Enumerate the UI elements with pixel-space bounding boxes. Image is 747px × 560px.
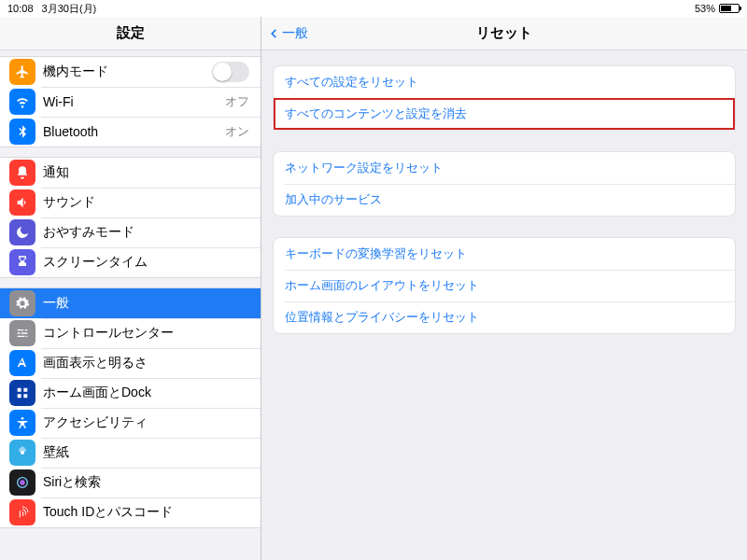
airplane-icon xyxy=(9,59,35,85)
sidebar-item-label: Wi-Fi xyxy=(43,94,225,109)
sidebar-item-label: 通知 xyxy=(43,164,261,181)
reset-home-layout[interactable]: ホーム画面のレイアウトをリセット xyxy=(274,270,735,301)
sidebar-item-bluetooth[interactable]: Bluetooth オン xyxy=(0,117,261,147)
sidebar-item-wallpaper[interactable]: 壁紙 xyxy=(0,438,261,468)
sliders-icon xyxy=(9,320,35,346)
content-title: リセット xyxy=(476,24,532,42)
bluetooth-icon xyxy=(9,119,35,145)
accessibility-icon xyxy=(9,410,35,436)
svg-point-0 xyxy=(21,417,24,420)
battery-percent: 53% xyxy=(695,3,715,14)
sidebar-title: 設定 xyxy=(0,17,261,50)
sidebar-item-sounds[interactable]: サウンド xyxy=(0,188,261,217)
fingerprint-icon xyxy=(9,499,35,525)
reset-all-settings[interactable]: すべての設定をリセット xyxy=(274,66,735,98)
subscriber-services[interactable]: 加入中のサービス xyxy=(274,184,735,216)
sidebar-item-home-dock[interactable]: ホーム画面とDock xyxy=(0,378,261,408)
status-time: 10:08 xyxy=(7,3,34,14)
sidebar-group-alerts: 通知 サウンド おやすみモード スクリーンタイム xyxy=(0,157,261,278)
sidebar-group-system: 一般 コントロールセンター 画面表示と明るさ ホーム画面とDock アクセシビリ… xyxy=(0,287,261,528)
wifi-icon xyxy=(9,89,35,115)
sidebar-item-general[interactable]: 一般 xyxy=(0,288,261,318)
sidebar-item-wifi[interactable]: Wi-Fi オフ xyxy=(0,87,261,117)
sidebar-item-label: Touch IDとパスコード xyxy=(43,504,261,521)
back-button[interactable]: 一般 xyxy=(267,25,308,42)
battery-icon xyxy=(719,4,740,13)
sidebar-item-touchid[interactable]: Touch IDとパスコード xyxy=(0,497,261,527)
sidebar-item-label: 機内モード xyxy=(43,63,212,80)
moon-icon xyxy=(9,219,35,245)
reset-group-3: キーボードの変換学習をリセット ホーム画面のレイアウトをリセット 位置情報とプラ… xyxy=(273,237,736,334)
status-bar: 10:08 3月30日(月) 53% xyxy=(0,0,747,17)
bell-icon xyxy=(9,160,35,186)
sidebar-group-connectivity: 機内モード Wi-Fi オフ Bluetooth オン xyxy=(0,56,261,147)
reset-keyboard[interactable]: キーボードの変換学習をリセット xyxy=(274,238,735,270)
content-header: 一般 リセット xyxy=(261,17,747,50)
flower-icon xyxy=(9,440,35,466)
reset-network[interactable]: ネットワーク設定をリセット xyxy=(274,152,735,184)
sidebar-item-label: Bluetooth xyxy=(43,124,225,139)
sidebar-item-airplane[interactable]: 機内モード xyxy=(0,57,261,87)
sidebar-item-label: 壁紙 xyxy=(43,444,261,461)
sidebar-item-label: サウンド xyxy=(43,194,261,211)
airplane-toggle[interactable] xyxy=(212,62,249,82)
hourglass-icon xyxy=(9,249,35,275)
grid-icon xyxy=(9,380,35,406)
sidebar-item-label: Siriと検索 xyxy=(43,474,261,491)
content-pane: 一般 リセット すべての設定をリセット すべてのコンテンツと設定を消去 ネットワ… xyxy=(261,17,747,560)
sidebar-item-siri[interactable]: Siriと検索 xyxy=(0,468,261,497)
sidebar-item-label: コントロールセンター xyxy=(43,325,261,342)
settings-sidebar: 設定 機内モード Wi-Fi オフ Bluetooth オン xyxy=(0,17,261,560)
sidebar-item-dnd[interactable]: おやすみモード xyxy=(0,217,261,247)
sidebar-item-notifications[interactable]: 通知 xyxy=(0,158,261,188)
chevron-left-icon xyxy=(267,27,280,40)
reset-location-privacy[interactable]: 位置情報とプライバシーをリセット xyxy=(274,301,735,333)
reset-group-2: ネットワーク設定をリセット 加入中のサービス xyxy=(273,151,736,217)
sidebar-item-accessibility[interactable]: アクセシビリティ xyxy=(0,408,261,438)
text-size-icon xyxy=(9,350,35,376)
erase-all-content[interactable]: すべてのコンテンツと設定を消去 xyxy=(274,98,735,130)
sidebar-item-label: スクリーンタイム xyxy=(43,254,261,271)
sidebar-item-screentime[interactable]: スクリーンタイム xyxy=(0,247,261,277)
gear-icon xyxy=(9,290,35,316)
bluetooth-value: オン xyxy=(225,123,261,140)
sidebar-item-label: 画面表示と明るさ xyxy=(43,355,261,371)
reset-group-1: すべての設定をリセット すべてのコンテンツと設定を消去 xyxy=(273,65,736,131)
sidebar-item-control-center[interactable]: コントロールセンター xyxy=(0,318,261,348)
sidebar-item-display[interactable]: 画面表示と明るさ xyxy=(0,348,261,378)
siri-icon xyxy=(9,469,35,496)
svg-point-3 xyxy=(20,480,24,484)
wifi-value: オフ xyxy=(225,93,261,110)
speaker-icon xyxy=(9,189,35,216)
back-label: 一般 xyxy=(282,25,308,42)
sidebar-item-label: ホーム画面とDock xyxy=(43,385,261,401)
sidebar-item-label: おやすみモード xyxy=(43,224,261,241)
sidebar-item-label: 一般 xyxy=(43,295,261,312)
sidebar-item-label: アクセシビリティ xyxy=(43,414,261,431)
status-date: 3月30日(月) xyxy=(42,3,97,14)
